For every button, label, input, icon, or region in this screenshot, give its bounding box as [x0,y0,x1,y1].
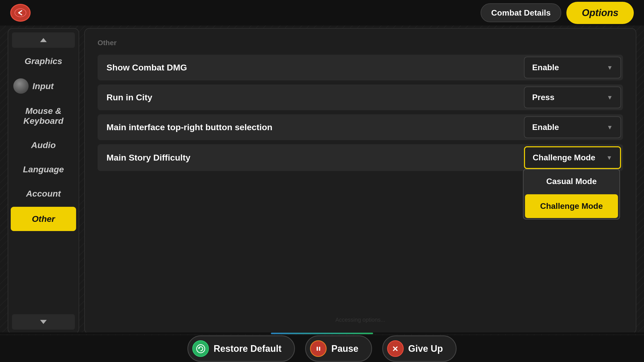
difficulty-option-challenge[interactable]: Challenge Mode [525,194,618,218]
section-title: Other [98,39,623,47]
sidebar: Graphics Input Mouse & Keyboard Audio La… [8,28,79,334]
restore-default-icon [192,340,209,357]
sidebar-scroll-down[interactable] [12,314,75,330]
main-story-difficulty-arrow: ▼ [606,154,612,161]
main-interface-btn-arrow: ▼ [607,124,613,131]
sidebar-scroll-up[interactable] [12,32,75,48]
show-combat-dmg-dropdown[interactable]: Enable ▼ [524,57,621,78]
sidebar-mouse-keyboard-label: Mouse & Keyboard [23,106,64,126]
show-combat-dmg-value: Enable [532,63,559,72]
sidebar-other-label: Other [32,214,55,224]
combat-details-button[interactable]: Combat Details [481,3,562,22]
svg-point-0 [15,9,26,17]
challenge-mode-label: Challenge Mode [540,201,603,211]
sidebar-item-graphics[interactable]: Graphics [8,49,79,73]
sidebar-graphics-label: Graphics [25,56,62,66]
sidebar-item-input[interactable]: Input [8,73,79,99]
main-story-difficulty-value: Challenge Mode [533,153,595,162]
options-label: Options [582,7,618,18]
bottom-bar: Restore Default Pause Give Up [0,335,644,362]
pause-label: Pause [331,343,358,354]
run-in-city-value: Press [532,93,554,102]
top-bar: Combat Details Options [0,0,644,26]
give-up-label: Give Up [408,343,443,354]
content-area: Other Show Combat DMG Enable ▼ Run in Ci… [84,28,636,334]
run-in-city-label: Run in City [98,85,522,110]
restore-default-button[interactable]: Restore Default [187,335,295,362]
give-up-button[interactable]: Give Up [382,335,457,362]
sidebar-item-mouse-keyboard[interactable]: Mouse & Keyboard [8,99,79,133]
back-logo-button[interactable] [10,4,31,22]
options-button[interactable]: Options [566,2,634,24]
avatar [13,78,29,94]
sidebar-language-label: Language [23,164,64,174]
restore-default-label: Restore Default [213,343,281,354]
progress-bar [271,333,373,334]
sidebar-account-label: Account [26,189,61,198]
show-combat-dmg-arrow: ▼ [607,64,613,71]
svg-point-3 [197,345,205,353]
casual-mode-label: Casual Mode [546,177,597,186]
run-in-city-dropdown[interactable]: Press ▼ [524,87,621,108]
combat-details-label: Combat Details [491,8,551,17]
sidebar-item-audio[interactable]: Audio [8,133,79,157]
difficulty-option-casual[interactable]: Casual Mode [523,170,619,193]
give-up-icon [387,340,404,357]
svg-marker-1 [40,38,47,42]
main-story-difficulty-label: Main Story Difficulty [98,146,522,170]
svg-rect-6 [317,347,318,351]
setting-row-main-interface-btn: Main interface top-right button selectio… [98,114,623,140]
sidebar-item-account[interactable]: Account [8,182,79,206]
watermark: Accessing options... [335,317,385,323]
setting-row-run-in-city: Run in City Press ▼ [98,85,623,110]
main-interface-btn-label: Main interface top-right button selectio… [98,115,522,139]
difficulty-dropdown-menu: Casual Mode Challenge Mode [523,169,620,220]
sidebar-item-other[interactable]: Other [11,207,76,231]
run-in-city-arrow: ▼ [607,94,613,101]
progress-area [0,332,644,334]
top-bar-right: Combat Details Options [481,2,634,24]
main-story-difficulty-dropdown[interactable]: Challenge Mode ▼ Casual Mode Challenge M… [524,146,621,169]
show-combat-dmg-label: Show Combat DMG [98,55,522,80]
setting-row-main-story-difficulty: Main Story Difficulty Challenge Mode ▼ C… [98,144,623,171]
pause-button[interactable]: Pause [305,335,372,362]
sidebar-item-language[interactable]: Language [8,157,79,182]
sidebar-audio-label: Audio [31,140,56,150]
sidebar-input-label: Input [32,81,54,91]
setting-row-show-combat-dmg: Show Combat DMG Enable ▼ [98,55,623,80]
svg-point-5 [314,345,323,353]
pause-icon [310,340,327,357]
main-interface-btn-value: Enable [532,123,559,132]
main-layout: Graphics Input Mouse & Keyboard Audio La… [8,28,636,334]
svg-rect-7 [319,347,320,351]
svg-marker-2 [40,320,47,324]
main-interface-btn-dropdown[interactable]: Enable ▼ [524,116,621,138]
